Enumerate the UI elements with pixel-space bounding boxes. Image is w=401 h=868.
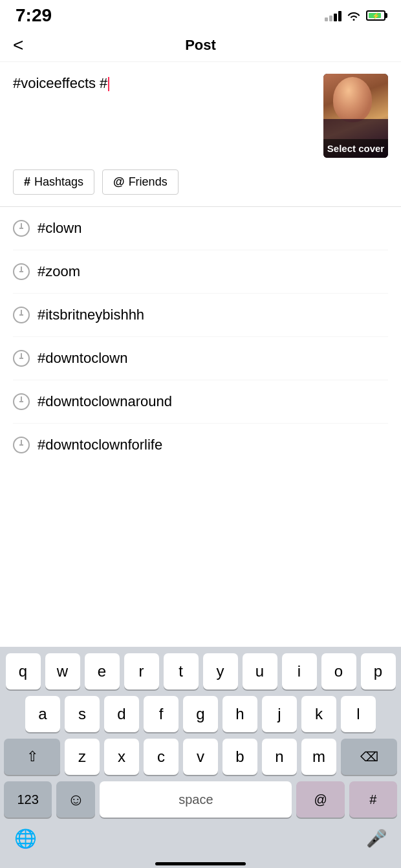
key-e[interactable]: e	[85, 653, 120, 689]
key-k[interactable]: k	[301, 696, 336, 732]
key-y[interactable]: y	[203, 653, 238, 689]
key-p[interactable]: p	[361, 653, 396, 689]
wifi-icon	[347, 10, 361, 21]
suggestion-text: #clown	[38, 220, 81, 237]
key-n[interactable]: n	[262, 739, 297, 775]
friends-button[interactable]: @ Friends	[102, 169, 179, 195]
caption-text: #voiceeffects #	[13, 75, 109, 91]
caption-area: #voiceeffects # Select cover	[0, 62, 401, 169]
tag-buttons: # Hashtags @ Friends	[0, 169, 401, 206]
keyboard-row-2: a s d f g h j k l	[4, 696, 397, 732]
key-x[interactable]: x	[104, 739, 139, 775]
status-bar: 7:29 ⚡	[0, 0, 401, 28]
signal-icon	[325, 10, 341, 21]
key-backspace[interactable]: ⌫	[341, 739, 397, 775]
key-g[interactable]: g	[183, 696, 218, 732]
clock-icon	[13, 350, 30, 367]
key-at[interactable]: @	[296, 781, 344, 818]
keyboard-bottom-bar: 🌐 🎤	[4, 824, 397, 857]
suggestion-text: #itsbritneybishhh	[38, 307, 144, 323]
key-shift[interactable]: ⇧	[4, 739, 60, 775]
key-a[interactable]: a	[25, 696, 60, 732]
key-c[interactable]: c	[144, 739, 179, 775]
suggestion-text: #downtoclownaround	[38, 393, 172, 410]
key-emoji[interactable]: ☺	[56, 781, 95, 818]
key-u[interactable]: u	[243, 653, 277, 689]
keyboard-row-3: ⇧ z x c v b n m ⌫	[4, 739, 397, 775]
suggestion-text: #downtoclown	[38, 350, 127, 367]
cover-thumbnail[interactable]: Select cover	[323, 74, 388, 158]
list-item[interactable]: #downtoclownforlife	[13, 424, 388, 466]
suggestion-text: #downtoclownforlife	[38, 437, 162, 453]
key-m[interactable]: m	[301, 739, 336, 775]
key-q[interactable]: q	[6, 653, 41, 689]
key-l[interactable]: l	[341, 696, 376, 732]
key-d[interactable]: d	[104, 696, 139, 732]
key-t[interactable]: t	[164, 653, 199, 689]
key-r[interactable]: r	[124, 653, 159, 689]
list-item[interactable]: #downtoclownaround	[13, 380, 388, 424]
at-icon: @	[113, 175, 125, 189]
suggestion-text: #zoom	[38, 263, 80, 280]
key-o[interactable]: o	[321, 653, 356, 689]
select-cover-label: Select cover	[323, 139, 388, 158]
clock-icon	[13, 220, 30, 237]
key-i[interactable]: i	[282, 653, 317, 689]
home-bar	[155, 862, 246, 865]
friends-label: Friends	[129, 175, 168, 189]
list-item[interactable]: #downtoclown	[13, 337, 388, 380]
list-item[interactable]: #itsbritneybishhh	[13, 294, 388, 337]
page-title: Post	[185, 37, 216, 54]
list-item[interactable]: #zoom	[13, 250, 388, 294]
key-j[interactable]: j	[262, 696, 297, 732]
hashtags-label: Hashtags	[34, 175, 83, 189]
hashtags-button[interactable]: # Hashtags	[13, 169, 94, 195]
key-space[interactable]: space	[100, 781, 292, 818]
clock-icon	[13, 393, 30, 410]
key-w[interactable]: w	[45, 653, 80, 689]
key-s[interactable]: s	[65, 696, 100, 732]
key-h[interactable]: h	[222, 696, 257, 732]
clock-icon	[13, 437, 30, 453]
key-z[interactable]: z	[65, 739, 100, 775]
key-b[interactable]: b	[222, 739, 257, 775]
caption-input[interactable]: #voiceeffects #	[13, 74, 313, 94]
clock-icon	[13, 263, 30, 280]
key-hash[interactable]: #	[349, 781, 397, 818]
list-item[interactable]: #clown	[13, 207, 388, 250]
keyboard-row-4: 123 ☺ space @ #	[4, 781, 397, 818]
battery-icon: ⚡	[366, 10, 385, 21]
mic-icon[interactable]: 🎤	[366, 829, 387, 849]
header: < Post	[0, 28, 401, 62]
globe-icon[interactable]: 🌐	[14, 828, 37, 849]
clock-icon	[13, 307, 30, 323]
keyboard: q w e r t y u i o p a s d f g h j k l ⇧ …	[0, 647, 401, 868]
status-icons: ⚡	[325, 10, 385, 21]
hashtag-icon: #	[24, 175, 30, 189]
key-f[interactable]: f	[144, 696, 179, 732]
suggestions-list: #clown #zoom #itsbritneybishhh #downtocl…	[0, 207, 401, 466]
key-v[interactable]: v	[183, 739, 218, 775]
keyboard-row-1: q w e r t y u i o p	[4, 653, 397, 689]
key-123[interactable]: 123	[4, 781, 52, 818]
home-indicator	[4, 857, 397, 868]
status-time: 7:29	[16, 5, 52, 26]
back-button[interactable]: <	[13, 36, 23, 54]
